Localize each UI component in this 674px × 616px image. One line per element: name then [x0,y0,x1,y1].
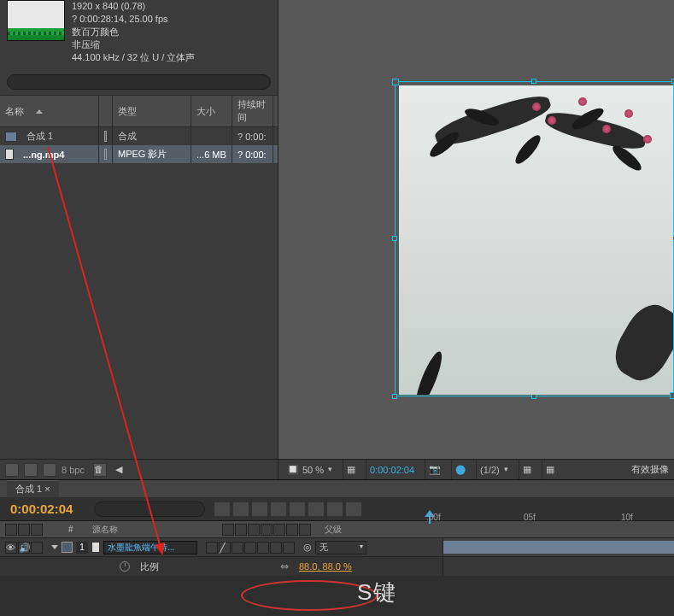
layer-duration-bar[interactable] [443,541,674,554]
stopwatch-icon[interactable] [120,561,130,572]
layer-type-icon [91,542,100,553]
layer-switch[interactable]: ╱ [219,542,231,554]
tl-option-button[interactable] [251,502,268,517]
layer-switch[interactable] [244,542,256,554]
scale-value[interactable]: 88.0, 88.0 % [299,561,352,572]
composition-render [399,85,673,395]
file-type: MPEG 影片 [113,145,191,163]
lock-toggle[interactable] [31,542,43,554]
switch-icon[interactable] [222,524,234,536]
grid-button[interactable]: ▦ [523,464,531,475]
switch-icon[interactable] [235,524,247,536]
comp-type: 合成 [113,127,191,145]
tl-option-button[interactable] [345,502,362,517]
file-size: ...6 MB [191,145,232,163]
tl-option-button[interactable] [232,502,249,517]
active-camera-label[interactable]: 有效摄像 [631,463,669,476]
ruler-tick: 05f [524,513,536,522]
timeline-panel: 合成 1 × 0:00:02:04 :00f 05f 10f [0,479,674,616]
av-toggle-icon[interactable] [5,524,17,536]
source-name-header[interactable]: 源名称 [92,524,118,536]
viewer-timecode[interactable]: 0:00:02:04 [370,465,414,475]
guides-button[interactable]: ▦ [546,464,554,475]
resolution-dropdown[interactable]: (1/2) [480,465,508,475]
layer-name-field[interactable]: 水墨龍魚端午特... [103,541,197,554]
asset-info: 1920 x 840 (0.78) ? 0:00:28:14, 25.00 fp… [0,0,278,71]
asset-thumbnail[interactable] [7,0,65,41]
new-comp-button[interactable] [43,463,56,477]
magnify-icon[interactable]: 🔲 [287,464,299,475]
project-row-composition[interactable]: 合成 1 合成 ? 0:00: [0,127,278,145]
timeline-tab[interactable]: 合成 1 × [7,480,59,497]
switch-icon[interactable] [273,524,285,536]
asset-audio-spec: 44.100 kHz / 32 位 U / 立体声 [72,51,195,64]
layer-columns-header: # 源名称 父级 [0,521,674,538]
switch-icon[interactable] [299,524,311,536]
audio-toggle[interactable]: 🔊 [18,542,30,554]
video-visible-toggle[interactable]: 👁 [5,542,17,554]
project-panel: 1920 x 840 (0.78) ? 0:00:28:14, 25.00 fp… [0,0,278,479]
layer-switch[interactable] [270,542,282,554]
switch-icon[interactable] [261,524,273,536]
sort-asc-icon [36,109,43,114]
parent-pickwhip-icon[interactable]: ◎ [303,542,312,553]
lock-toggle-icon[interactable] [31,524,43,536]
timeline-search-input[interactable] [94,502,205,517]
composition-viewer[interactable] [278,0,674,459]
asset-compression: 非压缩 [72,38,195,51]
timeline-timecode[interactable]: 0:00:02:04 [0,502,94,516]
switch-icon[interactable] [248,524,260,536]
channel-button[interactable]: ⬤ [455,464,466,475]
switch-icon[interactable] [286,524,298,536]
ruler-tick: 10f [621,513,633,522]
asset-dimensions: 1920 x 840 (0.78) [72,0,195,13]
video-file-icon [5,149,14,160]
col-type-label: 类型 [113,96,191,126]
parent-dropdown[interactable]: 无 [315,541,366,554]
tl-option-button[interactable] [308,502,325,517]
project-row-file-selected[interactable]: ...ng.mp4 MPEG 影片 ...6 MB ? 0:00: [0,145,278,163]
layer-row[interactable]: 👁 🔊 1 水墨龍魚端午特... ╱ ◎ 无 [0,538,674,557]
zoom-dropdown[interactable]: 50 % [302,465,332,475]
new-folder-button[interactable] [24,463,38,477]
delete-button[interactable]: 🗑 [93,463,107,477]
scroll-left-icon[interactable]: ◀ [115,464,122,475]
interpret-footage-button[interactable] [5,463,19,477]
label-color-icon[interactable] [104,131,107,142]
layer-selection-frame[interactable] [395,81,674,396]
viewer-footer: 🔲50 % ▦ 0:00:02:04 📷 ⬤ (1/2) ▦ ▦ 有效摄像 [278,459,674,479]
project-search-input[interactable] [7,74,271,90]
snapshot-button[interactable]: 📷 [429,464,441,475]
solo-toggle-icon[interactable] [18,524,30,536]
tl-option-button[interactable] [214,502,231,517]
scale-label: 比例 [140,560,159,573]
label-color-icon[interactable] [104,149,107,160]
layer-bar-track[interactable] [442,538,674,556]
comp-name: 合成 1 [26,130,53,143]
parent-header: 父级 [325,524,342,536]
layer-switch[interactable] [206,542,218,554]
tl-option-button[interactable] [289,502,306,517]
asset-metadata: 1920 x 840 (0.78) ? 0:00:28:14, 25.00 fp… [72,0,195,64]
property-row-scale[interactable]: 比例 ⇔ 88.0, 88.0 % [0,557,674,576]
tl-option-button[interactable] [270,502,287,517]
file-name: ...ng.mp4 [23,150,64,160]
file-dur: ? 0:00: [232,145,273,163]
twirl-down-icon[interactable] [51,545,58,549]
col-name-label: 名称 [5,105,24,118]
layer-switch[interactable] [283,542,295,554]
layer-index: 1 [76,542,88,554]
layer-color-icon[interactable] [62,542,73,553]
composition-panel: 🔲50 % ▦ 0:00:02:04 📷 ⬤ (1/2) ▦ ▦ 有效摄像 [278,0,674,479]
comp-dur: ? 0:00: [232,127,273,145]
layer-switch[interactable] [232,542,243,554]
tl-option-button[interactable] [326,502,343,517]
col-size-label: 大小 [191,96,232,126]
bpc-button[interactable]: 8 bpc [62,465,85,475]
col-duration-label: 持续时间 [232,96,273,126]
project-column-header[interactable]: 名称 类型 大小 持续时间 [0,95,278,127]
layer-switch[interactable] [257,542,269,554]
resolution-icon[interactable]: ▦ [347,464,355,475]
ruler-tick: :00f [426,513,441,522]
constrain-link-icon[interactable]: ⇔ [280,560,289,572]
